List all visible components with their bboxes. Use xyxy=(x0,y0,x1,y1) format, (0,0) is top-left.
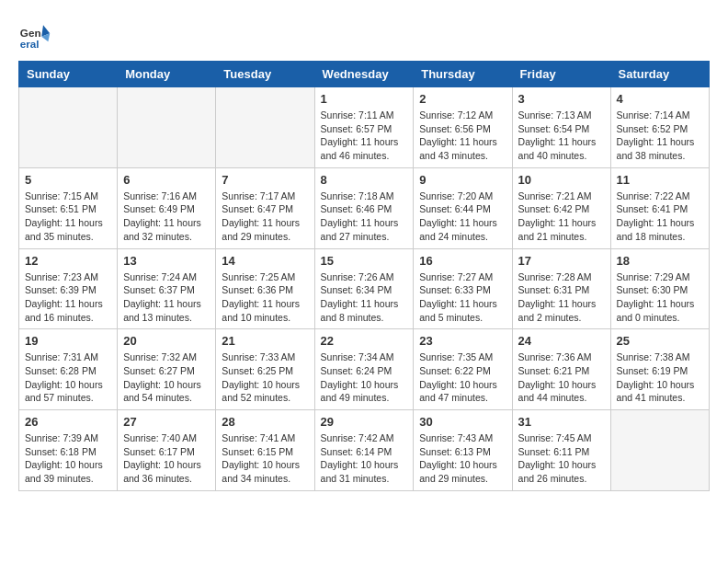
day-number: 9 xyxy=(419,173,506,187)
day-number: 31 xyxy=(518,415,605,429)
day-info: Sunrise: 7:12 AMSunset: 6:56 PMDaylight:… xyxy=(419,109,506,163)
day-number: 29 xyxy=(321,415,408,429)
calendar-cell: 23Sunrise: 7:35 AMSunset: 6:22 PMDayligh… xyxy=(414,329,512,410)
calendar-cell: 31Sunrise: 7:45 AMSunset: 6:11 PMDayligh… xyxy=(512,410,610,491)
day-info: Sunrise: 7:43 AMSunset: 6:13 PMDaylight:… xyxy=(419,431,506,486)
day-info: Sunrise: 7:16 AMSunset: 6:49 PMDaylight:… xyxy=(123,190,210,244)
day-info: Sunrise: 7:14 AMSunset: 6:52 PMDaylight:… xyxy=(617,109,703,163)
calendar-cell: 10Sunrise: 7:21 AMSunset: 6:42 PMDayligh… xyxy=(512,167,610,248)
calendar-cell: 17Sunrise: 7:28 AMSunset: 6:31 PMDayligh… xyxy=(512,248,610,329)
page-header: Gen eral xyxy=(18,18,710,52)
day-number: 4 xyxy=(617,92,703,106)
day-info: Sunrise: 7:23 AMSunset: 6:39 PMDaylight:… xyxy=(25,270,111,325)
day-number: 23 xyxy=(419,334,506,348)
calendar-cell: 15Sunrise: 7:26 AMSunset: 6:34 PMDayligh… xyxy=(314,248,414,329)
calendar-cell: 18Sunrise: 7:29 AMSunset: 6:30 PMDayligh… xyxy=(610,248,709,329)
day-info: Sunrise: 7:34 AMSunset: 6:24 PMDaylight:… xyxy=(321,350,408,405)
day-info: Sunrise: 7:27 AMSunset: 6:33 PMDaylight:… xyxy=(419,270,506,325)
day-number: 24 xyxy=(518,334,605,348)
calendar-cell: 11Sunrise: 7:22 AMSunset: 6:41 PMDayligh… xyxy=(610,167,709,248)
day-info: Sunrise: 7:41 AMSunset: 6:15 PMDaylight:… xyxy=(222,431,308,486)
calendar-cell: 30Sunrise: 7:43 AMSunset: 6:13 PMDayligh… xyxy=(414,410,512,491)
calendar-cell: 13Sunrise: 7:24 AMSunset: 6:37 PMDayligh… xyxy=(118,248,216,329)
day-number: 17 xyxy=(518,254,605,268)
day-header-tuesday: Tuesday xyxy=(216,62,314,87)
day-number: 3 xyxy=(518,92,605,106)
day-info: Sunrise: 7:38 AMSunset: 6:19 PMDaylight:… xyxy=(617,350,703,405)
day-header-monday: Monday xyxy=(118,62,216,87)
calendar-header-row: SundayMondayTuesdayWednesdayThursdayFrid… xyxy=(19,62,710,87)
day-number: 14 xyxy=(222,254,308,268)
day-info: Sunrise: 7:20 AMSunset: 6:44 PMDaylight:… xyxy=(419,190,506,244)
day-info: Sunrise: 7:31 AMSunset: 6:28 PMDaylight:… xyxy=(25,350,111,405)
day-info: Sunrise: 7:29 AMSunset: 6:30 PMDaylight:… xyxy=(617,270,703,325)
calendar-week-5: 26Sunrise: 7:39 AMSunset: 6:18 PMDayligh… xyxy=(19,410,710,491)
day-number: 1 xyxy=(321,92,408,106)
calendar-cell: 8Sunrise: 7:18 AMSunset: 6:46 PMDaylight… xyxy=(314,167,414,248)
day-info: Sunrise: 7:18 AMSunset: 6:46 PMDaylight:… xyxy=(321,190,408,244)
day-info: Sunrise: 7:45 AMSunset: 6:11 PMDaylight:… xyxy=(518,431,605,486)
day-number: 10 xyxy=(518,173,605,187)
calendar-cell: 14Sunrise: 7:25 AMSunset: 6:36 PMDayligh… xyxy=(216,248,314,329)
calendar-cell: 24Sunrise: 7:36 AMSunset: 6:21 PMDayligh… xyxy=(512,329,610,410)
calendar-cell: 29Sunrise: 7:42 AMSunset: 6:14 PMDayligh… xyxy=(314,410,414,491)
calendar-cell: 26Sunrise: 7:39 AMSunset: 6:18 PMDayligh… xyxy=(19,410,118,491)
svg-text:eral: eral xyxy=(20,38,40,50)
day-number: 30 xyxy=(419,415,506,429)
calendar-table: SundayMondayTuesdayWednesdayThursdayFrid… xyxy=(18,61,710,491)
calendar-cell xyxy=(216,87,314,168)
day-info: Sunrise: 7:25 AMSunset: 6:36 PMDaylight:… xyxy=(222,270,308,325)
day-number: 5 xyxy=(25,173,111,187)
calendar-cell: 2Sunrise: 7:12 AMSunset: 6:56 PMDaylight… xyxy=(414,87,512,168)
day-info: Sunrise: 7:22 AMSunset: 6:41 PMDaylight:… xyxy=(617,190,703,244)
day-info: Sunrise: 7:36 AMSunset: 6:21 PMDaylight:… xyxy=(518,350,605,405)
calendar-cell: 21Sunrise: 7:33 AMSunset: 6:25 PMDayligh… xyxy=(216,329,314,410)
day-info: Sunrise: 7:40 AMSunset: 6:17 PMDaylight:… xyxy=(123,431,210,486)
day-info: Sunrise: 7:32 AMSunset: 6:27 PMDaylight:… xyxy=(123,350,210,405)
calendar-cell: 27Sunrise: 7:40 AMSunset: 6:17 PMDayligh… xyxy=(118,410,216,491)
calendar-week-1: 1Sunrise: 7:11 AMSunset: 6:57 PMDaylight… xyxy=(19,87,710,168)
day-info: Sunrise: 7:21 AMSunset: 6:42 PMDaylight:… xyxy=(518,190,605,244)
calendar-cell: 12Sunrise: 7:23 AMSunset: 6:39 PMDayligh… xyxy=(19,248,118,329)
calendar-cell: 4Sunrise: 7:14 AMSunset: 6:52 PMDaylight… xyxy=(610,87,709,168)
day-info: Sunrise: 7:13 AMSunset: 6:54 PMDaylight:… xyxy=(518,109,605,163)
calendar-cell: 25Sunrise: 7:38 AMSunset: 6:19 PMDayligh… xyxy=(610,329,709,410)
day-number: 18 xyxy=(617,254,703,268)
day-number: 26 xyxy=(25,415,111,429)
day-info: Sunrise: 7:33 AMSunset: 6:25 PMDaylight:… xyxy=(222,350,308,405)
calendar-cell: 16Sunrise: 7:27 AMSunset: 6:33 PMDayligh… xyxy=(414,248,512,329)
day-info: Sunrise: 7:11 AMSunset: 6:57 PMDaylight:… xyxy=(321,109,408,163)
day-info: Sunrise: 7:26 AMSunset: 6:34 PMDaylight:… xyxy=(321,270,408,325)
calendar-cell: 5Sunrise: 7:15 AMSunset: 6:51 PMDaylight… xyxy=(19,167,118,248)
day-number: 13 xyxy=(123,254,210,268)
calendar-cell: 1Sunrise: 7:11 AMSunset: 6:57 PMDaylight… xyxy=(314,87,414,168)
logo-icon: Gen eral xyxy=(18,18,51,52)
calendar-week-3: 12Sunrise: 7:23 AMSunset: 6:39 PMDayligh… xyxy=(19,248,710,329)
day-header-wednesday: Wednesday xyxy=(314,62,414,87)
day-info: Sunrise: 7:42 AMSunset: 6:14 PMDaylight:… xyxy=(321,431,408,486)
day-number: 20 xyxy=(123,334,210,348)
calendar-cell: 3Sunrise: 7:13 AMSunset: 6:54 PMDaylight… xyxy=(512,87,610,168)
day-number: 22 xyxy=(321,334,408,348)
day-info: Sunrise: 7:24 AMSunset: 6:37 PMDaylight:… xyxy=(123,270,210,325)
calendar-cell xyxy=(610,410,709,491)
day-number: 2 xyxy=(419,92,506,106)
day-header-saturday: Saturday xyxy=(610,62,709,87)
calendar-cell xyxy=(19,87,118,168)
day-number: 6 xyxy=(123,173,210,187)
calendar-week-4: 19Sunrise: 7:31 AMSunset: 6:28 PMDayligh… xyxy=(19,329,710,410)
day-header-sunday: Sunday xyxy=(19,62,118,87)
day-number: 8 xyxy=(321,173,408,187)
day-number: 19 xyxy=(25,334,111,348)
day-info: Sunrise: 7:15 AMSunset: 6:51 PMDaylight:… xyxy=(25,190,111,244)
day-number: 25 xyxy=(617,334,703,348)
calendar-cell: 28Sunrise: 7:41 AMSunset: 6:15 PMDayligh… xyxy=(216,410,314,491)
day-number: 15 xyxy=(321,254,408,268)
day-header-friday: Friday xyxy=(512,62,610,87)
day-number: 11 xyxy=(617,173,703,187)
day-number: 12 xyxy=(25,254,111,268)
calendar-cell: 22Sunrise: 7:34 AMSunset: 6:24 PMDayligh… xyxy=(314,329,414,410)
calendar-week-2: 5Sunrise: 7:15 AMSunset: 6:51 PMDaylight… xyxy=(19,167,710,248)
day-number: 21 xyxy=(222,334,308,348)
calendar-cell: 20Sunrise: 7:32 AMSunset: 6:27 PMDayligh… xyxy=(118,329,216,410)
